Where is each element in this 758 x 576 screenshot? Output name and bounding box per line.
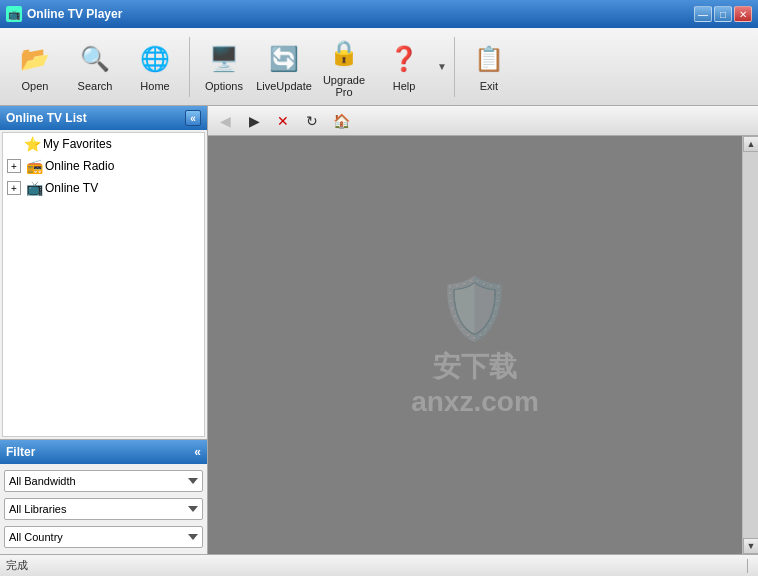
title-bar: 📺 Online TV Player — □ ✕ — [0, 0, 758, 28]
close-button[interactable]: ✕ — [734, 6, 752, 22]
content-area: 🛡️ 安下载anxz.com — [208, 136, 742, 554]
status-text: 完成 — [6, 558, 743, 573]
scrollbar: ▲ ▼ — [742, 136, 758, 554]
tree-item-favorites-label: My Favorites — [43, 137, 112, 151]
toolbar-separator-2 — [454, 37, 455, 97]
libraries-select[interactable]: All Libraries Library 1 Library 2 — [4, 498, 203, 520]
content-wrapper: 🛡️ 安下载anxz.com ▲ ▼ — [208, 136, 758, 554]
status-separator — [747, 559, 748, 573]
watermark-icon: 🛡️ — [411, 273, 539, 344]
tree-item-radio-label: Online Radio — [45, 159, 114, 173]
upgradepro-button[interactable]: 🔒 Upgrade Pro — [315, 33, 373, 101]
app-title: Online TV Player — [27, 7, 122, 21]
help-icon: ❓ — [386, 41, 422, 77]
title-bar-left: 📺 Online TV Player — [6, 6, 122, 22]
options-label: Options — [205, 80, 243, 92]
options-button[interactable]: 🖥️ Options — [195, 33, 253, 101]
tree-area: ⭐ My Favorites + 📻 Online Radio + 📺 Onli… — [2, 132, 205, 437]
tree-item-radio[interactable]: + 📻 Online Radio — [3, 155, 204, 177]
filter-header: Filter « — [0, 440, 207, 464]
tv-icon: 📺 — [26, 180, 42, 196]
tree-item-favorites[interactable]: ⭐ My Favorites — [3, 133, 204, 155]
help-label: Help — [393, 80, 416, 92]
scroll-track[interactable] — [743, 152, 758, 538]
liveupdate-button[interactable]: 🔄 LiveUpdate — [255, 33, 313, 101]
options-icon: 🖥️ — [206, 41, 242, 77]
main-layout: Online TV List « ⭐ My Favorites + 📻 Onli… — [0, 106, 758, 554]
liveupdate-icon: 🔄 — [266, 41, 302, 77]
filter-collapse-button[interactable]: « — [194, 445, 201, 459]
open-label: Open — [22, 80, 49, 92]
back-button[interactable]: ◀ — [212, 109, 238, 133]
watermark: 🛡️ 安下载anxz.com — [411, 273, 539, 418]
radio-expand-icon[interactable]: + — [7, 159, 21, 173]
browser-toolbar: ◀ ▶ ✕ ↻ 🏠 — [208, 106, 758, 136]
app-icon: 📺 — [6, 6, 22, 22]
minimize-button[interactable]: — — [694, 6, 712, 22]
toolbar-dropdown[interactable]: ▼ — [435, 59, 449, 74]
dropdown-arrow-icon: ▼ — [437, 61, 447, 72]
upgradepro-label: Upgrade Pro — [316, 74, 372, 98]
scroll-down-button[interactable]: ▼ — [743, 538, 758, 554]
upgradepro-icon: 🔒 — [326, 35, 362, 71]
filter-controls: All Bandwidth Low Bandwidth Medium Bandw… — [0, 464, 207, 554]
search-icon: 🔍 — [77, 41, 113, 77]
stop-button[interactable]: ✕ — [270, 109, 296, 133]
panel-header-title: Online TV List — [6, 111, 87, 125]
refresh-button[interactable]: ↻ — [299, 109, 325, 133]
liveupdate-label: LiveUpdate — [256, 80, 312, 92]
panel-header: Online TV List « — [0, 106, 207, 130]
search-button[interactable]: 🔍 Search — [66, 33, 124, 101]
bandwidth-select[interactable]: All Bandwidth Low Bandwidth Medium Bandw… — [4, 470, 203, 492]
exit-label: Exit — [480, 80, 498, 92]
radio-icon: 📻 — [26, 158, 42, 174]
toolbar-separator-1 — [189, 37, 190, 97]
home-icon: 🌐 — [137, 41, 173, 77]
watermark-text: 安下载anxz.com — [411, 351, 539, 417]
right-panel: ◀ ▶ ✕ ↻ 🏠 🛡️ 安下载anxz.com ▲ ▼ — [208, 106, 758, 554]
home-button[interactable]: 🌐 Home — [126, 33, 184, 101]
panel-collapse-button[interactable]: « — [185, 110, 201, 126]
tv-expand-icon[interactable]: + — [7, 181, 21, 195]
help-button[interactable]: ❓ Help — [375, 33, 433, 101]
tree-item-tv[interactable]: + 📺 Online TV — [3, 177, 204, 199]
left-panel: Online TV List « ⭐ My Favorites + 📻 Onli… — [0, 106, 208, 554]
favorites-icon: ⭐ — [24, 136, 40, 152]
open-button[interactable]: 📂 Open — [6, 33, 64, 101]
maximize-button[interactable]: □ — [714, 6, 732, 22]
status-bar: 完成 — [0, 554, 758, 576]
filter-section: Filter « All Bandwidth Low Bandwidth Med… — [0, 439, 207, 554]
forward-button[interactable]: ▶ — [241, 109, 267, 133]
title-controls: — □ ✕ — [694, 6, 752, 22]
home-label: Home — [140, 80, 169, 92]
filter-header-title: Filter — [6, 445, 35, 459]
tree-item-tv-label: Online TV — [45, 181, 98, 195]
exit-icon: 📋 — [471, 41, 507, 77]
exit-button[interactable]: 📋 Exit — [460, 33, 518, 101]
country-select[interactable]: All Country USA UK Germany France China … — [4, 526, 203, 548]
toolbar: 📂 Open 🔍 Search 🌐 Home 🖥️ Options 🔄 Live… — [0, 28, 758, 106]
search-label: Search — [78, 80, 113, 92]
open-icon: 📂 — [17, 41, 53, 77]
browser-home-button[interactable]: 🏠 — [328, 109, 354, 133]
scroll-up-button[interactable]: ▲ — [743, 136, 758, 152]
